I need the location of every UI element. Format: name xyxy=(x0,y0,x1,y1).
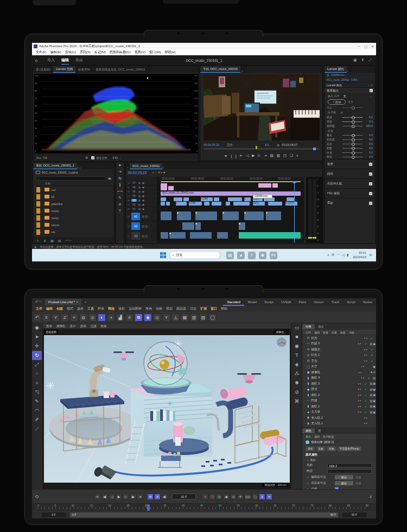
menu-item[interactable]: 体积 xyxy=(118,306,125,311)
visibility-dots[interactable]: ⦁⦁ xyxy=(364,348,370,351)
video-track-header[interactable]: ⊙V3▣◉ xyxy=(126,198,157,203)
transport-icon[interactable]: { xyxy=(231,154,232,158)
timeline-clip[interactable] xyxy=(161,181,301,182)
close-button[interactable]: ✕ xyxy=(371,44,374,48)
timeline-clip[interactable] xyxy=(268,202,282,206)
timeline-clip[interactable] xyxy=(266,211,281,220)
c4d-tool-icon[interactable]: ◹ xyxy=(32,388,42,397)
menu-item[interactable]: 序列(S) xyxy=(80,50,91,55)
scrubber-playhead[interactable] xyxy=(313,148,316,150)
c4d-tool-icon[interactable]: ◠ xyxy=(32,406,42,415)
icon-group-row[interactable]: › 图标 xyxy=(302,457,376,462)
palette-icon[interactable]: ⊘ xyxy=(291,388,302,397)
viewport-menu-item[interactable]: 过滤 xyxy=(91,324,97,328)
object-tree-row[interactable]: ◦ ⊙ 灯光.1 ⦁⦁ ✓ xyxy=(302,352,376,358)
bin-icon[interactable]: ▣ xyxy=(108,176,111,180)
program-scrubber[interactable] xyxy=(204,148,320,150)
timeline-clip[interactable] xyxy=(190,232,212,239)
timeline-clip[interactable] xyxy=(217,232,228,239)
toolbar-icon[interactable]: ◬ xyxy=(171,313,180,322)
timeline-tracks-area[interactable]: DCC_music_DI_230411.movC44C008C004M.movC… xyxy=(157,181,304,243)
menu-item[interactable]: 标记(M) xyxy=(94,50,106,55)
c4d-tool-icon[interactable]: ➤ xyxy=(32,332,42,342)
toolbar-icon[interactable]: ⧉ xyxy=(135,313,143,322)
timeline-clip[interactable] xyxy=(161,232,168,239)
toolbar-icon[interactable]: # xyxy=(125,313,133,322)
menu-item[interactable]: 模拟 xyxy=(166,306,173,311)
menu-item[interactable]: 模式 xyxy=(67,306,73,311)
project-tab[interactable]: 项目: DCC_music_230331_1 xyxy=(33,163,77,169)
render-visibility-button[interactable]: 默认 xyxy=(335,481,353,485)
project-bin-row[interactable]: ›graphics xyxy=(33,200,114,207)
project-bin-row[interactable]: ›DI xyxy=(33,193,114,200)
layer-input[interactable] xyxy=(327,469,372,473)
panel-tab[interactable]: 音频剪辑混合器: DCC_music_230411 xyxy=(93,67,148,73)
keying-icon[interactable]: (◎) xyxy=(244,493,251,500)
anim-transport-icon[interactable]: ▶ xyxy=(116,493,122,500)
timeline-clip[interactable] xyxy=(204,202,209,206)
slider-track[interactable] xyxy=(342,157,363,157)
enabled-check[interactable]: ✓ xyxy=(365,399,369,402)
notification-icon[interactable]: ⧉ xyxy=(370,253,372,257)
slider-track[interactable] xyxy=(342,135,363,136)
keying-icon[interactable]: Ⓐ xyxy=(209,493,215,500)
header-icon[interactable]: ⬆ xyxy=(361,58,365,62)
anim-transport-icon[interactable]: |▶ xyxy=(130,493,136,500)
lumetri-clip-link[interactable]: DCC_music_230411 - C004... xyxy=(327,79,359,81)
object-tree-row[interactable]: ◦ ⊙ 灯光 ⦁⦁ ✓ xyxy=(302,335,376,341)
enabled-check[interactable]: ✓ xyxy=(365,405,369,408)
layout-tab[interactable]: Model xyxy=(244,298,260,306)
timeline-ruler[interactable]: 00;01;20;0200;01;36;0200;01;52;0200;02;0… xyxy=(157,177,304,181)
redo-icon[interactable]: ↷ xyxy=(39,300,42,304)
timeline-clip[interactable] xyxy=(222,211,239,220)
toolbar-icon[interactable]: ▥ xyxy=(190,313,198,322)
transport-icon[interactable]: ◁ xyxy=(246,153,249,158)
frame-ruler[interactable]: 051015202530354045505560657075808590 xyxy=(32,503,376,511)
timeline-clip[interactable] xyxy=(174,197,182,201)
object-tree-row[interactable]: ◦ ⊙ 辅助光 ⦁⦁ ✓ xyxy=(302,347,376,352)
toolbar-icon[interactable]: ▦ xyxy=(181,313,189,322)
timeline-clip[interactable] xyxy=(161,202,165,206)
toolbar-icon[interactable]: Y xyxy=(162,313,170,322)
reset-button[interactable]: 重置 xyxy=(348,100,353,104)
toolbar-icon[interactable]: ◍ xyxy=(79,313,87,322)
attribute-menu-item[interactable]: 用户数据 xyxy=(323,435,334,438)
timeline-clip[interactable]: C44 xyxy=(201,197,213,201)
timeline-clip[interactable] xyxy=(239,232,301,239)
attribute-tab-button[interactable]: 对象 xyxy=(327,446,336,451)
visibility-dots[interactable]: ⦁⦁ xyxy=(358,387,364,391)
c4d-tool-icon[interactable]: ⁘ xyxy=(32,369,42,379)
timeline-clip[interactable]: C671 xyxy=(253,202,265,206)
menu-item[interactable]: 渲染 xyxy=(190,306,196,311)
program-tab[interactable]: 节目: DCC_music_230411 xyxy=(200,66,240,73)
c4d-tool-icon[interactable]: ✛ xyxy=(32,342,42,351)
visibility-dots[interactable]: ⦁⦁ xyxy=(364,353,370,357)
project-bin-row[interactable]: ›cut xyxy=(33,186,114,193)
object-manager-menu-item[interactable]: 查看 xyxy=(323,331,328,334)
attribute-tab-button[interactable]: 坐标 xyxy=(316,446,326,451)
transport-icon[interactable]: ▼ xyxy=(224,154,227,158)
anim-mode-icon[interactable]: A xyxy=(154,493,161,500)
keying-icon[interactable]: ◎ xyxy=(216,493,222,500)
anim-transport-icon[interactable]: ⇥ xyxy=(137,493,143,500)
object-manager-tab[interactable]: 场次 xyxy=(315,324,327,329)
object-tree-row[interactable]: ◦ ◠ 扫描 ⦁⦁ ✓ ▨▣ xyxy=(302,398,376,404)
pin-signal-checkbox[interactable]: ✓ xyxy=(91,156,94,159)
menu-item[interactable]: 编辑(E) xyxy=(50,50,61,55)
timeline-clip[interactable] xyxy=(239,222,245,230)
project-bin-row[interactable]: ›proxy xyxy=(33,214,114,221)
header-icon[interactable]: ▣ xyxy=(353,58,357,62)
timeline-clip[interactable] xyxy=(226,202,230,206)
clock[interactable]: 15:012023/4/19 xyxy=(353,251,366,259)
editing-tool-icon[interactable]: ✎ xyxy=(116,195,124,201)
visibility-dots[interactable]: ⦁⦁ xyxy=(358,399,364,402)
editing-tool-icon[interactable]: ⇆ xyxy=(116,175,124,182)
panel-tab[interactable]: Lumetri 范围 xyxy=(53,66,75,73)
viewport-menu-item[interactable]: 面板 xyxy=(101,324,107,328)
menu-item[interactable]: 帮助 xyxy=(221,306,227,311)
timeline-clip[interactable] xyxy=(212,202,221,206)
c4d-tool-icon[interactable]: ✐ xyxy=(32,415,42,425)
object-tree-row[interactable]: ◦ ◉ 摄像机 ⦁⦁ ⊕⊘ xyxy=(302,369,376,375)
fcurve-icon[interactable]: ⦨ xyxy=(370,494,372,499)
menu-item[interactable]: 视图(V) xyxy=(135,50,145,55)
